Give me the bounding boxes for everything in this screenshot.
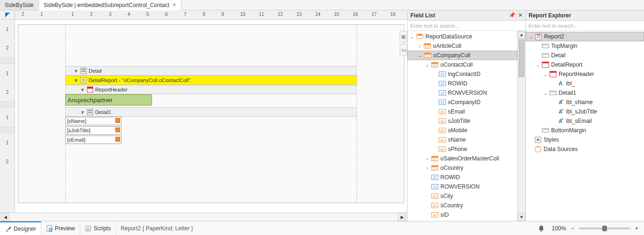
band-header-detail[interactable]: ▼ Detail — [65, 66, 357, 76]
scroll-up-icon[interactable]: ▲ — [518, 31, 525, 38]
collapse-icon[interactable]: ▼ — [80, 110, 85, 115]
panel-header: Field List 📌 ✕ — [408, 10, 525, 21]
scroll-down-icon[interactable]: ▼ — [518, 213, 525, 221]
field-sjobtitle[interactable]: [sJobTitle] — [65, 126, 121, 135]
smart-tag-icon[interactable] — [115, 118, 120, 123]
tree-item-lngcontactid[interactable]: IDlngContactID — [408, 69, 517, 79]
svg-text:ID: ID — [441, 101, 444, 104]
tree-item-ocountry[interactable]: ›oCountry — [408, 163, 517, 173]
tab-sidebyside[interactable]: SideBySide — [0, 0, 39, 10]
tree-item-detail[interactable]: Detail — [526, 51, 644, 60]
chevron-right-icon[interactable]: › — [424, 156, 430, 161]
tree-item-lbl-semail[interactable]: Albl_sEmail — [526, 116, 644, 126]
report-canvas[interactable]: ▼ Detail ▼ DetailReport - "oCompanyColl.… — [18, 24, 404, 203]
designer-tab[interactable]: Designer — [0, 221, 41, 235]
tree-item-sid[interactable]: absID — [408, 210, 517, 220]
chevron-down-icon[interactable]: ⌄ — [409, 34, 415, 39]
report-explorer-tree[interactable]: ⌄Report2TopMarginDetail⌄DetailReport⌄Rep… — [526, 31, 644, 221]
band-header-reportheader[interactable]: ▼ ReportHeader — [65, 85, 357, 94]
search-input[interactable]: Enter text to search... — [526, 21, 644, 31]
chevron-down-icon[interactable]: ⌄ — [424, 62, 430, 68]
scroll-thumb[interactable] — [519, 39, 524, 77]
tree-item-detail1[interactable]: ⌄Detail1 — [526, 88, 644, 98]
tree-item-label: sName — [448, 136, 466, 143]
tree-item-label: ROWVERSION — [440, 183, 479, 190]
collapse-icon[interactable]: ▼ — [74, 68, 78, 74]
chevron-down-icon[interactable]: ⌄ — [543, 91, 548, 96]
svg-rect-69 — [537, 38, 540, 38]
svg-rect-71 — [542, 44, 549, 45]
tree-item-oarticlecoll[interactable]: ›oArticleColl — [408, 41, 517, 51]
vertical-scrollbar[interactable]: ▲ ▼ — [517, 31, 525, 221]
chevron-down-icon[interactable]: ⌄ — [528, 34, 534, 39]
tab-embedded-subreport[interactable]: SideBySide | embeddedSubreportControl_Co… — [39, 0, 182, 10]
tree-item-semail[interactable]: absEmail — [408, 107, 517, 116]
tree-item-osalesordermastercoll[interactable]: ›oSalesOrderMasterColl — [408, 154, 517, 163]
smart-tag-icon[interactable] — [115, 128, 120, 132]
chevron-down-icon[interactable]: ⌄ — [535, 62, 541, 68]
tree-item-label: Styles — [544, 136, 559, 143]
chevron-down-icon[interactable]: ⌄ — [417, 53, 423, 58]
tree-item-rowid[interactable]: IDROWID — [408, 173, 517, 182]
field-text: [sJobTitle] — [67, 128, 91, 133]
tree-item-rowversion[interactable]: 12ROWVERSION — [408, 182, 517, 191]
scroll-right-icon[interactable]: ▶ — [398, 213, 406, 221]
field-list-tree[interactable]: ⌄ReportDataSource›oArticleColl⌄oCompanyC… — [408, 31, 517, 221]
tree-item-scompanyid[interactable]: IDsCompanyID — [408, 98, 517, 107]
tree-item-reportdatasource[interactable]: ⌄ReportDataSource — [408, 32, 517, 41]
vertical-ruler[interactable]: 1212112 — [0, 20, 15, 212]
band-title: Detail1 — [95, 109, 111, 115]
collapse-icon[interactable]: ▼ — [80, 87, 85, 92]
collapse-icon[interactable]: ▼ — [74, 78, 78, 83]
close-icon[interactable]: ✕ — [518, 12, 523, 18]
side-button[interactable]: ⊞ — [400, 31, 407, 42]
tree-item-sphone[interactable]: absPhone — [408, 144, 517, 154]
tree-item-styles[interactable]: Styles — [526, 135, 644, 144]
scroll-left-icon[interactable]: ◀ — [1, 213, 9, 221]
scripts-tab[interactable]: {} Scripts — [80, 221, 116, 235]
close-icon[interactable]: ✕ — [172, 2, 176, 8]
smart-tag-icon[interactable] — [115, 137, 120, 142]
tree-item-bottommargin[interactable]: BottomMargin — [526, 126, 644, 135]
tree-item-rowversion[interactable]: 12ROWVERSION — [408, 88, 517, 98]
zoom-slider[interactable] — [579, 227, 630, 229]
tree-item-smobile[interactable]: absMobile — [408, 126, 517, 135]
tree-item-sname[interactable]: absName — [408, 220, 517, 221]
chevron-down-icon[interactable]: ⌄ — [543, 72, 548, 77]
zoom-in-button[interactable]: + — [635, 225, 638, 232]
svg-text:12: 12 — [433, 185, 437, 189]
tree-item-ocontactcoll[interactable]: ⌄oContactColl — [408, 60, 517, 69]
label-ansprechpartner[interactable]: Ansprechpartner — [65, 94, 152, 106]
tree-item-scountry[interactable]: absCountry — [408, 201, 517, 210]
chevron-right-icon[interactable]: › — [417, 44, 423, 49]
tree-item-lbl-sjobtitle[interactable]: Albl_sJobTitle — [526, 107, 644, 116]
field-semail[interactable]: [sEmail] — [65, 136, 121, 144]
pin-icon[interactable]: 📌 — [509, 12, 515, 18]
ruler-corner[interactable] — [0, 10, 15, 20]
search-input[interactable]: Enter text to search... — [408, 21, 525, 31]
tree-item-detailreport[interactable]: ⌄DetailReport — [526, 60, 644, 69]
tree-item-reportheader[interactable]: ⌄ReportHeader — [526, 69, 644, 79]
tree-item-scity[interactable]: absCity — [408, 191, 517, 201]
bell-icon[interactable] — [538, 225, 545, 232]
tree-item-topmargin[interactable]: TopMargin — [526, 41, 644, 51]
zoom-out-button[interactable]: − — [571, 225, 574, 232]
preview-tab[interactable]: Preview — [41, 221, 80, 235]
tree-item-lbl-[interactable]: Albl_ — [526, 79, 644, 88]
tree-item-sname[interactable]: absName — [408, 135, 517, 144]
band-header-detail1[interactable]: ▼ Detail1 — [65, 107, 357, 117]
tree-item-lbl-sname[interactable]: Albl_sName — [526, 98, 644, 107]
tree-item-ocompanycoll[interactable]: ⌄oCompanyColl — [408, 51, 517, 60]
num-icon: 12 — [431, 183, 439, 190]
horizontal-scrollbar[interactable]: ◀ ▶ — [0, 212, 407, 221]
tree-item-rowid[interactable]: IDROWID — [408, 79, 517, 88]
tree-item-sjobtitle[interactable]: absJobTitle — [408, 116, 517, 126]
chevron-right-icon[interactable]: › — [424, 166, 430, 171]
horizontal-ruler[interactable]: 2112345678910111213141516171819 — [15, 10, 407, 20]
field-sname[interactable]: [sName] — [65, 117, 121, 125]
slider-knob[interactable] — [602, 226, 607, 231]
side-button[interactable]: ▭ — [400, 44, 407, 55]
tree-item-report2[interactable]: ⌄Report2 — [526, 32, 644, 41]
tree-item-data-sources[interactable]: Data Sources — [526, 144, 644, 154]
band-header-detailreport[interactable]: ▼ DetailReport - "oCompanyColl.oContactC… — [65, 76, 357, 85]
